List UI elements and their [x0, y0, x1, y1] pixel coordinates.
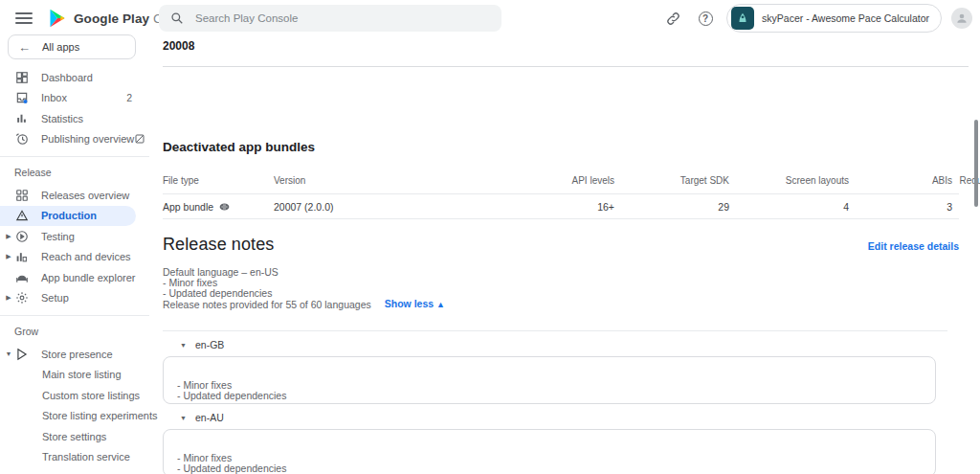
google-play-triangle-icon: [48, 9, 67, 28]
sidebar-item-main-store-listing[interactable]: Main store listing: [0, 365, 149, 386]
expand-right-icon: ▶: [4, 233, 13, 240]
all-apps-button[interactable]: ← All apps: [8, 34, 136, 59]
table-header-row: File type Version API levels Target SDK …: [163, 168, 959, 194]
col-abis: ABIs: [853, 175, 956, 186]
inbox-count-badge: 2: [126, 92, 132, 103]
note-line: - Minor fixes: [177, 453, 935, 463]
languages-provided-line: Release notes provided for 55 of 60 lang…: [163, 300, 371, 310]
account-avatar[interactable]: [951, 8, 972, 29]
sidebar-item-setup[interactable]: ▶ Setup: [0, 288, 149, 309]
app-icon: [731, 7, 754, 30]
table-row: App bundle 20007 (2.0.0) 16+ 29 4 3 1 →: [163, 194, 959, 219]
note-line: - Minor fixes: [177, 380, 935, 391]
col-api-levels: API levels: [475, 175, 618, 186]
chevron-down-icon: ▼: [180, 342, 188, 349]
dashboard-icon: [14, 70, 29, 84]
col-target-sdk: Target SDK: [618, 175, 733, 186]
sidebar-item-inbox[interactable]: Inbox 2: [0, 88, 149, 109]
sidebar-item-releases-overview[interactable]: Releases overview: [0, 185, 149, 206]
reach-and-devices-icon: [14, 250, 29, 264]
edit-release-details-link[interactable]: Edit release details: [868, 240, 959, 252]
note-line: - Updated dependencies: [163, 288, 969, 299]
expand-right-icon: ▶: [4, 253, 13, 260]
search-bar[interactable]: [159, 5, 501, 32]
language-code: en-AU: [195, 412, 224, 423]
app-bundle-explorer-icon: [14, 270, 29, 284]
statistics-icon: [14, 111, 29, 125]
publishing-overview-icon: [14, 132, 29, 147]
release-notes-title: Release notes: [163, 235, 274, 255]
chevron-up-icon: ▲: [436, 300, 445, 309]
language-notes-list: ▼ en-GB - Minor fixes - Updated dependen…: [163, 330, 947, 474]
setup-gear-icon: [14, 291, 29, 305]
menu-icon[interactable]: [15, 12, 33, 24]
sidebar-item-translation-service[interactable]: Translation service: [0, 447, 149, 468]
vertical-scrollbar[interactable]: [974, 120, 978, 207]
top-app-bar: Google Play Console ?: [0, 0, 980, 36]
sidebar-item-custom-store-listings[interactable]: Custom store listings: [0, 385, 149, 406]
app-selector-label: skyPacer - Awesome Pace Calculator: [762, 12, 929, 24]
version-value: 20007 (2.0.0): [274, 201, 475, 213]
file-type-value: App bundle: [163, 201, 213, 213]
main-content: 20008 Deactivated app bundles File type …: [163, 36, 969, 474]
sidebar-item-production[interactable]: Production: [0, 206, 136, 227]
language-notes-box-en-au: - Minor fixes - Updated dependencies: [163, 429, 936, 474]
note-line: - Minor fixes: [163, 278, 969, 288]
expand-down-icon: ▼: [4, 350, 13, 357]
abis-value: 3: [853, 201, 956, 213]
note-line: - Updated dependencies: [177, 391, 935, 401]
app-selector[interactable]: skyPacer - Awesome Pace Calculator: [726, 4, 942, 33]
default-language-line: Default language – en-US: [163, 267, 969, 278]
testing-icon: [14, 229, 29, 243]
sidebar-item-store-presence[interactable]: ▼ Store presence: [0, 344, 149, 365]
releases-overview-icon: [14, 188, 29, 202]
search-icon: [170, 11, 184, 25]
api-levels-value: 16+: [475, 201, 618, 213]
language-row-en-au[interactable]: ▼ en-AU: [163, 404, 947, 429]
app-bundle-icon: [218, 202, 231, 212]
expand-right-icon: ▶: [4, 294, 13, 302]
sidebar-item-app-bundle-explorer[interactable]: App bundle explorer: [0, 267, 149, 288]
deactivated-bundles-table: File type Version API levels Target SDK …: [163, 168, 959, 219]
sidebar: ← All apps Dashboard Inbox 2: [0, 34, 149, 467]
production-icon: [14, 209, 29, 223]
col-file-type: File type: [163, 175, 274, 186]
inbox-icon: [14, 91, 29, 105]
sidebar-item-store-listing-experiments[interactable]: Store listing experiments: [0, 406, 149, 427]
language-row-en-gb[interactable]: ▼ en-GB: [163, 331, 947, 356]
deactivated-bundles-title: Deactivated app bundles: [163, 140, 969, 154]
language-code: en-GB: [195, 339, 224, 350]
release-notes-summary: Default language – en-US - Minor fixes -…: [163, 267, 969, 310]
link-icon[interactable]: [661, 7, 684, 30]
search-input[interactable]: [195, 12, 490, 24]
sidebar-section-grow: Grow: [0, 316, 149, 344]
release-version-title: 20008: [163, 39, 969, 53]
help-icon[interactable]: ?: [694, 7, 717, 30]
chevron-down-icon: ▼: [180, 415, 188, 421]
sidebar-item-store-settings[interactable]: Store settings: [0, 426, 149, 447]
language-notes-box-en-gb: - Minor fixes - Updated dependencies: [163, 356, 936, 404]
content-divider: [163, 66, 969, 67]
sidebar-item-reach-and-devices[interactable]: ▶ Reach and devices: [0, 247, 149, 268]
managed-publishing-off-icon: [134, 133, 145, 145]
col-version: Version: [274, 175, 475, 186]
screen-layouts-value: 4: [733, 201, 853, 213]
note-line: - Updated dependencies: [177, 463, 935, 474]
target-sdk-value: 29: [618, 201, 733, 213]
show-less-link[interactable]: Show less ▲: [385, 299, 445, 310]
col-screen-layouts: Screen layouts: [733, 175, 853, 186]
sidebar-section-release: Release: [0, 157, 149, 185]
store-presence-icon: [14, 347, 29, 361]
back-arrow-icon: ←: [18, 40, 31, 55]
sidebar-item-testing[interactable]: ▶ Testing: [0, 226, 149, 247]
sidebar-item-statistics[interactable]: Statistics: [0, 108, 149, 129]
sidebar-item-dashboard[interactable]: Dashboard: [0, 67, 149, 88]
sidebar-item-publishing-overview[interactable]: Publishing overview: [0, 129, 149, 150]
